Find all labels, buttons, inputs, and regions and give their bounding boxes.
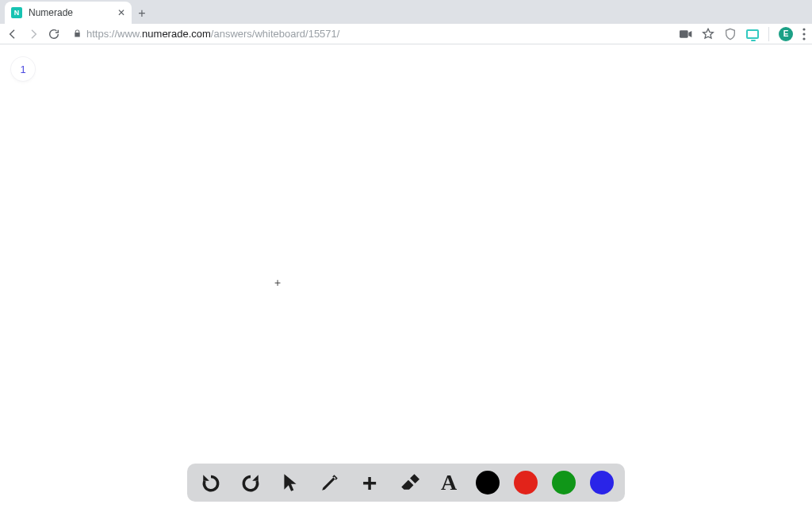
undo-button[interactable]	[198, 470, 224, 495]
tab-favicon: N	[11, 7, 22, 18]
whiteboard-canvas[interactable]: 1 + + A	[0, 44, 812, 508]
tab-strip: N Numerade ✕ +	[0, 0, 812, 24]
profile-avatar[interactable]: E	[779, 27, 793, 41]
svg-point-1	[802, 28, 805, 30]
color-red[interactable]	[514, 471, 538, 495]
add-tool[interactable]: +	[357, 470, 382, 495]
toolbar-separator	[768, 27, 769, 41]
cast-icon[interactable]	[746, 29, 759, 39]
forward-button[interactable]	[27, 28, 40, 40]
back-button[interactable]	[6, 28, 19, 40]
svg-rect-0	[680, 30, 688, 37]
text-tool[interactable]: A	[436, 470, 462, 495]
url-text: https://www.numerade.com/answers/whitebo…	[86, 28, 339, 40]
crosshair-cursor-icon: +	[274, 276, 281, 289]
pen-tool[interactable]	[317, 470, 343, 495]
shield-icon[interactable]	[724, 28, 737, 40]
page-number-badge[interactable]: 1	[11, 57, 35, 81]
tab-title: Numerade	[29, 7, 111, 18]
new-tab-button[interactable]: +	[132, 3, 152, 24]
browser-toolbar: https://www.numerade.com/answers/whitebo…	[0, 24, 812, 44]
text-tool-glyph: A	[441, 470, 457, 495]
kebab-menu-icon[interactable]	[802, 28, 806, 40]
pointer-tool[interactable]	[278, 470, 303, 495]
color-black[interactable]	[476, 471, 500, 495]
whiteboard-toolbar: + A	[187, 464, 625, 502]
tab-close-icon[interactable]: ✕	[117, 7, 125, 18]
browser-tab[interactable]: N Numerade ✕	[5, 2, 132, 24]
page-number: 1	[20, 64, 25, 75]
svg-point-2	[802, 33, 805, 35]
color-green[interactable]	[552, 471, 576, 495]
bookmark-star-icon[interactable]	[702, 28, 714, 40]
svg-point-3	[802, 37, 805, 40]
color-blue[interactable]	[590, 471, 614, 495]
address-bar[interactable]: https://www.numerade.com/answers/whitebo…	[68, 28, 672, 40]
lock-icon	[73, 29, 82, 40]
camera-icon[interactable]	[680, 29, 692, 39]
eraser-tool[interactable]	[396, 470, 422, 495]
toolbar-right: E	[680, 27, 806, 41]
redo-button[interactable]	[238, 470, 263, 495]
reload-button[interactable]	[48, 28, 60, 40]
plus-icon: +	[362, 468, 377, 498]
